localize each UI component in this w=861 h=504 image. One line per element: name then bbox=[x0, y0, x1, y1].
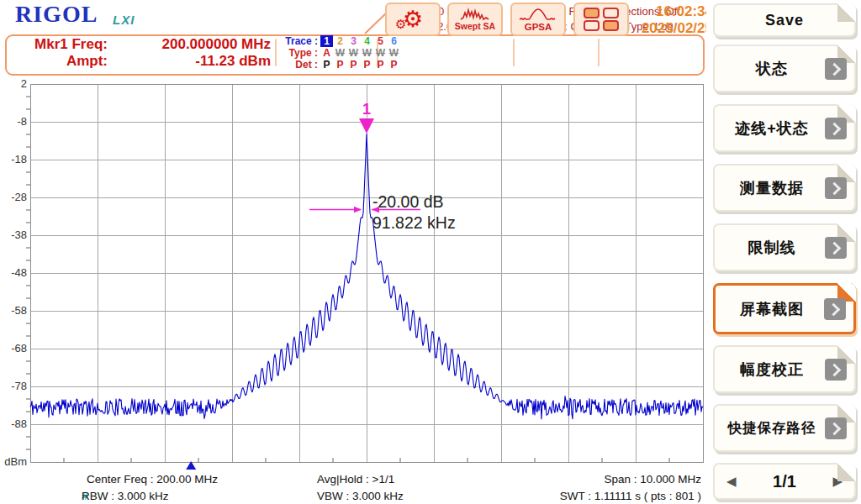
limit-line-button-label: 限制线 bbox=[748, 238, 821, 258]
screenshot-button-label: 屏幕截图 bbox=[740, 299, 829, 319]
lxi-logo: LXI bbox=[113, 13, 135, 27]
y-axis-tick-label: -78 bbox=[0, 380, 27, 392]
y-axis-tick-label: -68 bbox=[0, 342, 27, 354]
trace-type: W bbox=[334, 47, 346, 59]
trace-row-label: Trace : bbox=[279, 35, 318, 47]
rigol-logo: RIGOL bbox=[15, 1, 98, 28]
trace-number[interactable]: 4 bbox=[361, 35, 373, 47]
chevron-right-icon[interactable] bbox=[825, 237, 847, 259]
page-indicator[interactable]: ◀ 1/1 ▶ bbox=[713, 463, 856, 500]
marker-freq-label: Mkr1 Freq: bbox=[8, 36, 108, 53]
amplitude-correction-button-label: 幅度校正 bbox=[740, 360, 829, 380]
y-axis-tick-label: -38 bbox=[0, 228, 27, 241]
swept-sa-button[interactable]: Swept SA bbox=[447, 3, 503, 36]
ndb-bandwidth-label: 91.822 kHz bbox=[372, 213, 456, 232]
gear-small-icon: ⚙ bbox=[395, 18, 406, 30]
marker-ampt-value: -11.23 dBm bbox=[108, 53, 271, 70]
arrow-right-head bbox=[354, 207, 362, 213]
measurement-data-button-label: 测量数据 bbox=[740, 178, 829, 198]
swt-readout: SWT : 1.11111 s ( pts : 801 ) bbox=[560, 490, 701, 502]
trace-detector: P bbox=[320, 59, 333, 71]
settings-button[interactable]: ⚙ ⚙ bbox=[385, 3, 441, 36]
y-axis-tick-label: -8 bbox=[0, 115, 27, 128]
y-axis-tick-label: 2 bbox=[0, 77, 27, 90]
y-axis-tick-label: -28 bbox=[0, 191, 27, 203]
y-axis-tick-label: -58 bbox=[0, 304, 27, 317]
det-row-label: Det : bbox=[279, 59, 318, 71]
sidebar-button-trace-status[interactable]: 迹线+状态 bbox=[713, 104, 856, 152]
y-axis-tick-label: -18 bbox=[0, 153, 27, 165]
marker-readout: Mkr1 Freq:200.000000 MHz Ampt:-11.23 dBm bbox=[8, 36, 271, 70]
trace-type: W bbox=[347, 47, 360, 59]
chevron-right-icon[interactable] bbox=[825, 359, 847, 381]
gpsa-button[interactable]: GPSA bbox=[510, 3, 566, 36]
y-axis-unit-label: dBm bbox=[0, 455, 27, 468]
sidebar-button-status[interactable]: 状态 bbox=[713, 45, 856, 92]
type-row-label: Type : bbox=[279, 47, 318, 59]
trace-table[interactable]: Trace : 1 2 3 4 5 6 Type : A W W W W W D… bbox=[279, 35, 400, 71]
layout-button[interactable] bbox=[573, 3, 629, 36]
sidebar-button-measurement-data[interactable]: 测量数据 bbox=[713, 164, 856, 212]
trace-number[interactable]: 1 bbox=[320, 35, 333, 47]
clock-date: 2025/02/25 bbox=[632, 20, 713, 37]
prev-page-icon[interactable]: ◀ bbox=[726, 474, 737, 489]
chevron-right-icon[interactable] bbox=[825, 118, 847, 139]
softkey-menu: Save 状态 迹线+状态 测量数据 限制线 屏幕截图 幅度校正 快捷保存路径 … bbox=[706, 0, 861, 504]
trace-number[interactable]: 3 bbox=[347, 35, 360, 47]
chevron-right-icon[interactable] bbox=[825, 177, 847, 199]
divider bbox=[513, 39, 515, 66]
corner-fold bbox=[837, 463, 856, 481]
spectrum-curve-icon bbox=[460, 8, 490, 21]
center-freq-readout: Center Freq : 200.00 MHz bbox=[87, 473, 218, 486]
vbw-readout: VBW : 3.000 kHz bbox=[317, 490, 404, 502]
trace-type: W bbox=[374, 47, 387, 59]
save-button-label: Save bbox=[765, 12, 804, 29]
sidebar-button-amplitude-correction[interactable]: 幅度校正 bbox=[713, 345, 856, 393]
sidebar-button-limit-line[interactable]: 限制线 bbox=[713, 223, 856, 271]
ndb-value-label: -20.00 dB bbox=[372, 192, 444, 211]
trace-status-button-label: 迹线+状态 bbox=[735, 118, 834, 139]
trace-detector: P bbox=[361, 59, 373, 71]
chevron-right-icon[interactable] bbox=[824, 298, 846, 320]
trace-type: W bbox=[388, 47, 400, 59]
gpsa-label: GPSA bbox=[525, 23, 552, 32]
page-number: 1/1 bbox=[773, 472, 796, 491]
clock: 16:02:34 2025/02/25 bbox=[632, 3, 713, 37]
y-axis-tick-label: -48 bbox=[0, 266, 27, 279]
spectrum-display[interactable]: 1-20.00 dB91.822 kHz bbox=[30, 84, 703, 470]
trace-number[interactable]: 6 bbox=[388, 35, 400, 47]
gaussian-curve-icon bbox=[519, 8, 557, 22]
trace-number[interactable]: 2 bbox=[334, 35, 346, 47]
trace-detector: P bbox=[334, 59, 346, 71]
clock-time: 16:02:34 bbox=[632, 3, 713, 20]
chevron-right-icon[interactable] bbox=[825, 58, 847, 80]
swept-sa-label: Swept SA bbox=[455, 22, 495, 31]
layout-grid-icon bbox=[582, 7, 621, 32]
trace-detector: P bbox=[388, 59, 400, 71]
y-axis-tick-label: -88 bbox=[0, 417, 27, 430]
status-button-label: 状态 bbox=[756, 59, 813, 79]
trace-detector: P bbox=[347, 59, 360, 71]
sidebar-button-screenshot[interactable]: 屏幕截图 bbox=[713, 283, 856, 334]
status-bar: Center Freq : 200.00 MHz Avg|Hold : >1/1… bbox=[30, 470, 703, 504]
trace-type: A bbox=[320, 47, 333, 59]
sidebar-button-save[interactable]: Save bbox=[713, 3, 856, 37]
trace-detector: P bbox=[374, 59, 387, 71]
marker-ampt-label: Ampt: bbox=[8, 53, 108, 70]
avg-hold-readout: Avg|Hold : >1/1 bbox=[317, 473, 394, 486]
sidebar-button-quick-save-path[interactable]: 快捷保存路径 bbox=[713, 404, 856, 452]
chevron-right-icon[interactable] bbox=[825, 417, 847, 439]
marker-freq-value: 200.000000 MHz bbox=[108, 36, 271, 53]
marker-1-label: 1 bbox=[362, 101, 371, 118]
divider bbox=[598, 39, 600, 66]
trace-type: W bbox=[361, 47, 373, 59]
corner-fold bbox=[837, 3, 856, 22]
divider bbox=[275, 39, 277, 66]
trace-number[interactable]: 5 bbox=[374, 35, 387, 47]
marker-1-icon[interactable] bbox=[359, 118, 374, 134]
span-readout: Span : 10.000 MHz bbox=[604, 473, 701, 486]
